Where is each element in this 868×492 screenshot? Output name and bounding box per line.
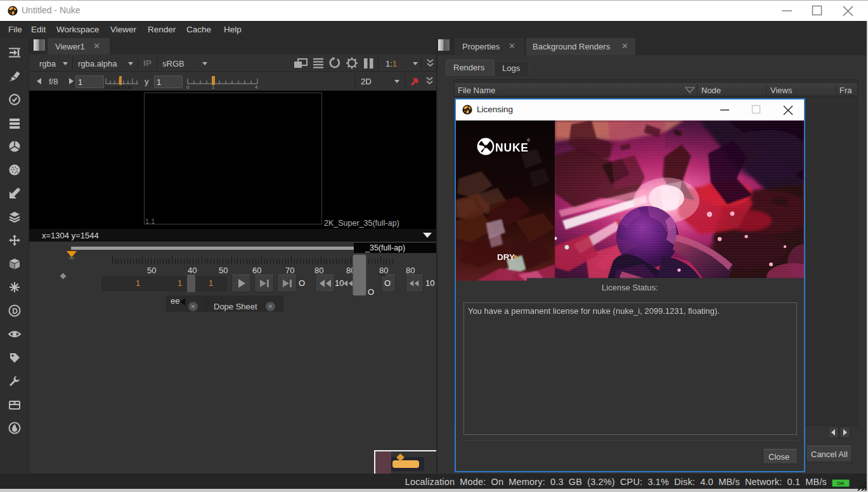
svg-text:D: D <box>12 307 18 316</box>
svg-text:4: 4 <box>255 84 258 89</box>
svg-text:0.1 1 5 6 2 5 10: 0.1 1 5 6 2 5 10 <box>105 86 132 89</box>
svg-text:NUKE: NUKE <box>495 141 529 154</box>
svg-text:DRY: DRY <box>497 252 515 262</box>
svg-text:0: 0 <box>186 84 190 89</box>
svg-text:®: ® <box>527 138 531 143</box>
svg-text:1: 1 <box>212 84 215 89</box>
